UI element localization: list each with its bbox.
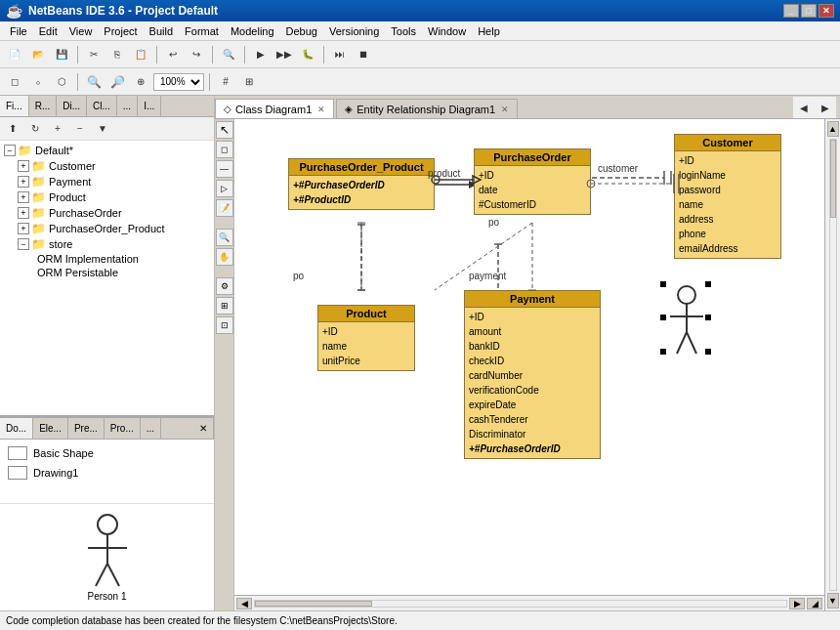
step-button[interactable]: ⏭ bbox=[329, 44, 351, 65]
tree-refresh[interactable]: ↻ bbox=[24, 118, 46, 140]
tree-node-purchaseorder[interactable]: + 📁 PurchaseOrder bbox=[2, 205, 212, 221]
tree-node-po-product[interactable]: + 📁 PurchaseOrder_Product bbox=[2, 221, 212, 236]
v-scroll-track[interactable] bbox=[829, 139, 837, 591]
tab-more[interactable]: ... bbox=[117, 96, 138, 116]
tab-diagram[interactable]: Di... bbox=[57, 96, 87, 116]
menu-help[interactable]: Help bbox=[472, 23, 506, 39]
close-button[interactable]: ✕ bbox=[819, 4, 834, 18]
tab-runtime[interactable]: R... bbox=[29, 96, 58, 116]
v-scroll-thumb[interactable] bbox=[830, 140, 836, 218]
handle-bl[interactable] bbox=[660, 349, 666, 355]
save-button[interactable]: 💾 bbox=[51, 44, 72, 65]
run-button[interactable]: ▶▶ bbox=[273, 44, 295, 65]
assoc-tool[interactable]: — bbox=[216, 160, 233, 178]
toggle-customer[interactable]: + bbox=[18, 160, 29, 172]
handle-tl[interactable] bbox=[660, 281, 666, 287]
palette-drawing1[interactable]: Drawing1 bbox=[4, 463, 210, 483]
menu-modeling[interactable]: Modeling bbox=[225, 23, 280, 39]
undo-button[interactable]: ↩ bbox=[162, 44, 184, 65]
canvas[interactable]: PurchaseOrder_Product +#PurchaseOrderID … bbox=[234, 119, 824, 595]
menu-file[interactable]: File bbox=[4, 23, 33, 39]
handle-br[interactable] bbox=[705, 349, 711, 355]
prop-tool[interactable]: ⚙ bbox=[216, 277, 233, 295]
tab-pre[interactable]: Pre... bbox=[68, 418, 105, 439]
redo-button[interactable]: ↪ bbox=[186, 44, 207, 65]
fit-tool[interactable]: ⊡ bbox=[216, 316, 233, 334]
tree-add[interactable]: + bbox=[47, 118, 68, 140]
zoom-out-button[interactable]: 🔎 bbox=[106, 71, 128, 93]
tree-node-payment[interactable]: + 📁 Payment bbox=[2, 174, 212, 189]
scroll-left-button[interactable]: ◀ bbox=[236, 598, 252, 609]
toggle-product[interactable]: + bbox=[18, 191, 29, 203]
tree-up[interactable]: ⬆ bbox=[2, 118, 23, 140]
tree-node-orm-impl[interactable]: ORM Implementation bbox=[2, 252, 212, 266]
scroll-down-button[interactable]: ▼ bbox=[827, 593, 839, 609]
scroll-corner[interactable]: ◢ bbox=[807, 598, 822, 609]
inherit-tool[interactable]: ▷ bbox=[216, 180, 233, 197]
class-diagram-close[interactable]: ✕ bbox=[317, 105, 325, 114]
toggle-store[interactable]: − bbox=[18, 238, 29, 250]
scroll-up-button[interactable]: ▲ bbox=[827, 121, 839, 137]
menu-view[interactable]: View bbox=[63, 23, 99, 39]
debug-button[interactable]: 🐛 bbox=[297, 44, 318, 65]
snap-tool[interactable]: ⊞ bbox=[216, 297, 233, 315]
minimize-button[interactable]: _ bbox=[783, 4, 799, 18]
grid-button[interactable]: # bbox=[215, 71, 236, 93]
class-tool[interactable]: ◻ bbox=[216, 141, 233, 158]
tree-node-product[interactable]: + 📁 Product bbox=[2, 189, 212, 205]
stop-button[interactable]: ⏹ bbox=[353, 44, 374, 65]
er-diagram-close[interactable]: ✕ bbox=[501, 105, 509, 114]
tab-classes[interactable]: Cl... bbox=[87, 96, 117, 116]
tree-area[interactable]: − 📁 Default* + 📁 Customer + 📁 Payment + … bbox=[0, 141, 214, 415]
tree-node-default[interactable]: − 📁 Default* bbox=[2, 143, 212, 158]
menu-window[interactable]: Window bbox=[422, 23, 472, 39]
tb2-btn3[interactable]: ⬡ bbox=[51, 71, 72, 93]
zoom-select[interactable]: 100%75%50%150% bbox=[153, 73, 204, 91]
tab-files[interactable]: Fi... bbox=[0, 96, 29, 116]
handle-mr[interactable] bbox=[705, 315, 711, 320]
handle-ml[interactable] bbox=[660, 315, 666, 320]
tb2-btn2[interactable]: ⬦ bbox=[27, 71, 49, 93]
note-tool[interactable]: 📝 bbox=[216, 199, 233, 217]
class-customer[interactable]: Customer +ID loginName password name add… bbox=[674, 134, 781, 259]
new-button[interactable]: 📄 bbox=[4, 44, 25, 65]
class-purchaseorder[interactable]: PurchaseOrder +ID date #CustomerID bbox=[474, 148, 591, 215]
find-button[interactable]: 🔍 bbox=[218, 44, 239, 65]
tree-node-customer[interactable]: + 📁 Customer bbox=[2, 158, 212, 174]
compile-button[interactable]: ▶ bbox=[250, 44, 272, 65]
tab-class-diagram[interactable]: ◇ Class Diagram1 ✕ bbox=[215, 99, 334, 118]
tree-expand[interactable]: ▼ bbox=[92, 118, 113, 140]
horizontal-scrollbar[interactable]: ◀ ▶ ◢ bbox=[234, 595, 824, 610]
h-scroll-thumb[interactable] bbox=[255, 601, 372, 607]
tab-inspector[interactable]: I... bbox=[138, 96, 161, 116]
menu-debug[interactable]: Debug bbox=[280, 23, 323, 39]
menu-format[interactable]: Format bbox=[179, 23, 225, 39]
tab-close[interactable]: ✕ bbox=[193, 418, 214, 439]
tree-node-orm-pers[interactable]: ORM Persistable bbox=[2, 266, 212, 279]
handle-tr[interactable] bbox=[705, 281, 711, 287]
vertical-scrollbar[interactable]: ▲ ▼ bbox=[824, 119, 840, 610]
palette-basic-shape[interactable]: Basic Shape bbox=[4, 443, 210, 463]
toggle-default[interactable]: − bbox=[4, 145, 16, 156]
tab-pro[interactable]: Pro... bbox=[105, 418, 141, 439]
menu-build[interactable]: Build bbox=[144, 23, 179, 39]
menu-project[interactable]: Project bbox=[98, 23, 143, 39]
zoom-reset-button[interactable]: ⊕ bbox=[130, 71, 151, 93]
tb2-btn1[interactable]: ◻ bbox=[4, 71, 25, 93]
tab-more2[interactable]: ... bbox=[141, 418, 161, 439]
class-payment[interactable]: Payment +ID amount bankID checkID cardNu… bbox=[464, 290, 601, 459]
menu-versioning[interactable]: Versioning bbox=[323, 23, 385, 39]
copy-button[interactable]: ⎘ bbox=[106, 44, 128, 65]
class-product[interactable]: Product +ID name unitPrice bbox=[317, 305, 415, 371]
menu-tools[interactable]: Tools bbox=[385, 23, 422, 39]
tree-node-store[interactable]: − 📁 store bbox=[2, 236, 212, 252]
h-scroll-track[interactable] bbox=[254, 600, 787, 608]
maximize-button[interactable]: □ bbox=[801, 4, 817, 18]
tree-remove[interactable]: − bbox=[69, 118, 91, 140]
paste-button[interactable]: 📋 bbox=[130, 44, 151, 65]
toggle-payment[interactable]: + bbox=[18, 176, 29, 188]
toggle-purchaseorder[interactable]: + bbox=[18, 207, 29, 219]
toggle-po-product[interactable]: + bbox=[18, 223, 29, 234]
class-purchaseorder-product[interactable]: PurchaseOrder_Product +#PurchaseOrderID … bbox=[288, 158, 435, 210]
tab-ele[interactable]: Ele... bbox=[33, 418, 68, 439]
